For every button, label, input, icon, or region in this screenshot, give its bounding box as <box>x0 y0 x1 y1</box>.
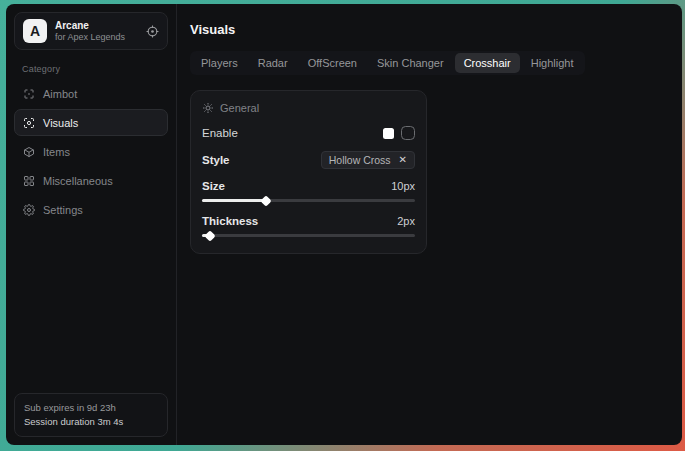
sidebar-item-label: Items <box>43 146 70 158</box>
brand-subtitle: for Apex Legends <box>55 32 138 43</box>
tab-radar[interactable]: Radar <box>249 53 297 73</box>
size-slider-thumb[interactable] <box>260 195 271 206</box>
sidebar-nav: Aimbot Visuals Items <box>14 80 168 223</box>
cube-icon <box>23 146 35 158</box>
sub-expires-text: Sub expires in 9d 23h <box>24 401 158 415</box>
app-window: A Arcane for Apex Legends Category <box>6 4 682 445</box>
sidebar-item-visuals[interactable]: Visuals <box>14 109 168 136</box>
sidebar-item-label: Settings <box>43 204 83 216</box>
general-panel: General Enable Style Hollow Cross ✕ Size… <box>190 90 427 254</box>
thickness-slider-thumb[interactable] <box>205 230 216 241</box>
session-duration-text: Session duration 3m 4s <box>24 415 158 429</box>
tab-offscreen[interactable]: OffScreen <box>299 53 366 73</box>
size-slider-fill <box>202 199 264 202</box>
brand-text: Arcane for Apex Legends <box>55 20 138 43</box>
main-content: Visuals Players Radar OffScreen Skin Cha… <box>177 4 682 445</box>
size-row: Size 10px <box>202 180 415 192</box>
size-value: 10px <box>391 180 415 192</box>
enable-label: Enable <box>202 127 238 139</box>
style-row: Style Hollow Cross ✕ <box>202 151 415 169</box>
brand-logo: A <box>23 19 47 43</box>
style-label: Style <box>202 154 230 166</box>
panel-header: General <box>202 102 415 114</box>
tab-highlight[interactable]: Highlight <box>522 53 583 73</box>
tab-players[interactable]: Players <box>192 53 247 73</box>
sidebar-item-label: Visuals <box>43 117 78 129</box>
general-icon <box>202 102 214 114</box>
style-select[interactable]: Hollow Cross ✕ <box>321 151 415 169</box>
target-icon[interactable] <box>146 25 159 38</box>
thickness-slider[interactable] <box>202 234 415 237</box>
sidebar: A Arcane for Apex Legends Category <box>6 4 177 445</box>
brand-card: A Arcane for Apex Legends <box>14 12 168 50</box>
visuals-tabbar: Players Radar OffScreen Skin Changer Cro… <box>190 51 585 75</box>
tab-skin-changer[interactable]: Skin Changer <box>368 53 453 73</box>
sidebar-item-items[interactable]: Items <box>14 138 168 165</box>
sidebar-item-aimbot[interactable]: Aimbot <box>14 80 168 107</box>
gear-icon <box>23 204 35 216</box>
eye-icon <box>23 117 35 129</box>
subscription-status-card: Sub expires in 9d 23h Session duration 3… <box>14 393 168 437</box>
size-slider[interactable] <box>202 199 415 202</box>
category-label: Category <box>22 64 168 74</box>
clear-style-icon[interactable]: ✕ <box>399 155 407 165</box>
color-swatch[interactable] <box>383 128 394 139</box>
panel-title: General <box>220 102 259 114</box>
thickness-value: 2px <box>397 215 415 227</box>
thickness-row: Thickness 2px <box>202 215 415 227</box>
brand-name: Arcane <box>55 20 138 32</box>
sidebar-item-label: Aimbot <box>43 88 77 100</box>
thickness-label: Thickness <box>202 215 258 227</box>
sidebar-item-label: Miscellaneous <box>43 175 113 187</box>
page-title: Visuals <box>190 22 668 37</box>
crosshair-icon <box>23 88 35 100</box>
sidebar-item-settings[interactable]: Settings <box>14 196 168 223</box>
enable-row: Enable <box>202 126 415 140</box>
tab-crosshair[interactable]: Crosshair <box>455 53 520 73</box>
sidebar-item-miscellaneous[interactable]: Miscellaneous <box>14 167 168 194</box>
enable-checkbox[interactable] <box>401 126 415 140</box>
size-label: Size <box>202 180 225 192</box>
style-value: Hollow Cross <box>329 154 391 166</box>
grid-icon <box>23 175 35 187</box>
